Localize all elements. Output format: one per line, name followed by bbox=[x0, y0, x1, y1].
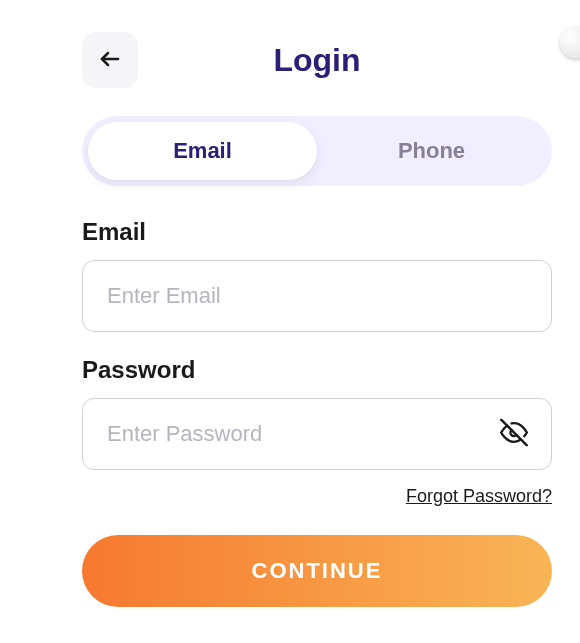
tab-phone[interactable]: Phone bbox=[317, 122, 546, 180]
password-field[interactable] bbox=[82, 398, 552, 470]
arrow-left-icon bbox=[98, 47, 122, 74]
password-input-wrapper bbox=[82, 398, 552, 470]
login-container: Login Email Phone Email Password Forgot … bbox=[0, 0, 580, 607]
eye-off-icon bbox=[500, 419, 528, 450]
page-title: Login bbox=[273, 42, 360, 79]
forgot-password-link[interactable]: Forgot Password? bbox=[82, 486, 552, 507]
password-label: Password bbox=[82, 356, 552, 384]
tab-email[interactable]: Email bbox=[88, 122, 317, 180]
continue-button[interactable]: CONTINUE bbox=[82, 535, 552, 607]
email-form-group: Email bbox=[82, 218, 552, 332]
login-method-tabs: Email Phone bbox=[82, 116, 552, 186]
email-label: Email bbox=[82, 218, 552, 246]
password-form-group: Password bbox=[82, 356, 552, 470]
email-field[interactable] bbox=[82, 260, 552, 332]
toggle-password-visibility-button[interactable] bbox=[496, 415, 532, 454]
back-button[interactable] bbox=[82, 32, 138, 88]
header: Login bbox=[82, 32, 552, 88]
